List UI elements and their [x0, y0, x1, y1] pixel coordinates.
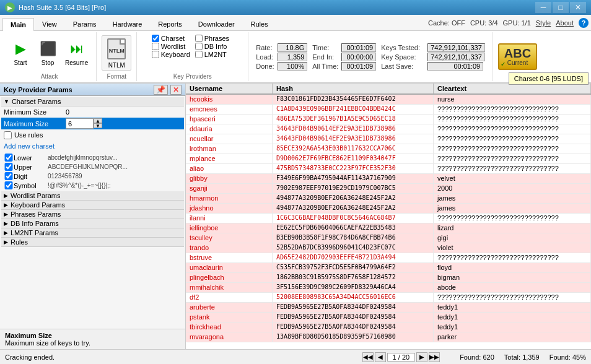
table-row[interactable]: bstruveAD65E2482DD702903EEFE4B721D3A494?…: [186, 253, 591, 263]
tab-main[interactable]: Main: [2, 18, 34, 31]
table-row[interactable]: emcneesC1A8D439E0906BBF241EBBC04BDB424C?…: [186, 105, 591, 115]
wordlist-params-header[interactable]: ▶ Wordlist Params: [1, 191, 184, 201]
rules-header[interactable]: ▶ Rules: [1, 238, 184, 247]
right-panel: Username Hash Cleartext hcookisF83C01861…: [186, 84, 591, 349]
table-row[interactable]: sganji7902E987EEF97019E29CD1979C007BC520…: [186, 184, 591, 194]
table-row[interactable]: mplanceD9D0062E7F69FBCE862E1109F034047F?…: [186, 154, 591, 164]
table-row[interactable]: df252008EE808983C65A34D4ACC56016EC6?????…: [186, 293, 591, 303]
upper-checkbox[interactable]: [4, 163, 14, 171]
pin-button[interactable]: 📌: [154, 85, 168, 95]
table-row[interactable]: ncuellar34643FD04B90614EF2E9A3E1DB738986…: [186, 134, 591, 144]
abc-current-button[interactable]: ✓ ABC Current: [498, 43, 537, 70]
charset-params-label: Charset Params: [12, 98, 61, 105]
min-size-value: 0: [66, 108, 182, 116]
table-row[interactable]: hmarmon494877A3209B0EF206A36248E245F2A2j…: [186, 194, 591, 204]
dbinfo-checkbox[interactable]: [195, 43, 203, 50]
phrases-params-header[interactable]: ▶ Phrases Params: [1, 210, 184, 219]
max-size-input[interactable]: [66, 118, 94, 129]
resume-button[interactable]: ⏭ Resume: [62, 37, 91, 68]
cell-username: ncuellar: [186, 134, 273, 144]
cell-hash: 494877A3209B0EF206A36248E245F2A2: [273, 204, 434, 213]
table-row[interactable]: aliao475BD57348733E0CC223F97FCE352F30???…: [186, 164, 591, 174]
lm2nt-checkbox[interactable]: [195, 51, 203, 58]
table-row[interactable]: tsculleyB3EB90B3B58F1F98C784D6A8CFBB74B6…: [186, 233, 591, 243]
wordlist-params-label: Wordlist Params: [11, 192, 60, 199]
cell-hash: 486EA753DEF361967B1A5E9C5D65EC18: [273, 115, 434, 124]
start-label: Start: [14, 59, 27, 66]
table-row[interactable]: hcookisF83C01861FDD23B4354465FE6D7F6402n…: [186, 95, 591, 105]
table-row[interactable]: ddauria34643FD04B90614EF2E9A3E1DB738986?…: [186, 124, 591, 134]
ribbon-content: ▶ Start ⬛ Stop ⏭ Resume Attack: [0, 31, 591, 84]
table-row[interactable]: tbirckheadFEDB9A5965E27B5A0FA8344DF02495…: [186, 323, 591, 332]
about-button[interactable]: About: [556, 19, 574, 27]
cell-hash: EE62EC5FDB60604066CAEFA22EB35483: [273, 223, 434, 233]
left-panel: Key Provider Params 📌 ✕ ▼ Charset Params…: [0, 84, 186, 349]
table-row[interactable]: mvaragona13A89BF8D80D50185D89359F5716098…: [186, 332, 591, 342]
charset-checkbox[interactable]: [152, 35, 159, 42]
wordlist-checkbox[interactable]: [152, 43, 159, 50]
table-row[interactable]: plingelbach1862BB03C91B5975S8DF7658F1284…: [186, 273, 591, 283]
table-row[interactable]: mmihalchik3F5156E39D9C989C2609FD8329A46C…: [186, 283, 591, 293]
use-rules-checkbox[interactable]: [4, 131, 12, 139]
keyboard-params-header[interactable]: ▶ Keyboard Params: [1, 201, 184, 210]
key-providers-label: Key Providers: [173, 72, 212, 80]
cell-cleartext: ????????????????????????????????: [434, 154, 591, 163]
table-row[interactable]: hpasceri486EA753DEF361967B1A5E9C5D65EC18…: [186, 115, 591, 124]
table-row[interactable]: trando52B52DAB7DCB3996D96041C4D23FC07Cvi…: [186, 243, 591, 253]
tab-params[interactable]: Params: [65, 17, 105, 30]
minimize-button[interactable]: ─: [535, 2, 551, 13]
cell-cleartext: gigi: [434, 233, 591, 243]
tab-reports[interactable]: Reports: [150, 17, 190, 30]
table-row[interactable]: glibbyF349E6F99BA4795044AF1143A7167909ve…: [186, 174, 591, 184]
attack-buttons: ▶ Start ⬛ Stop ⏭ Resume: [7, 33, 91, 72]
resume-label: Resume: [65, 59, 88, 66]
table-row[interactable]: lrothman85ECE392A6A543E03B0117632CCA706C…: [186, 144, 591, 154]
ntlm-button[interactable]: NTLM NTLM: [102, 35, 131, 71]
close-button[interactable]: ✕: [570, 2, 586, 13]
table-row[interactable]: ilanni1C6C3C6BAEF048DBF0C8C5646AC684B7??…: [186, 214, 591, 223]
dbinfo-params-header[interactable]: ▶ DB Info Params: [1, 219, 184, 228]
charset-upper-row: Upper ABCDEFGHIJKLMNOPQR...: [4, 162, 182, 171]
maximize-button[interactable]: □: [553, 2, 569, 13]
digit-checkbox[interactable]: [4, 172, 14, 180]
table-row[interactable]: jdashno494877A3209B0EF206A36248E245F2A2j…: [186, 204, 591, 214]
phrases-label: Phrases: [204, 35, 229, 42]
phrases-checkbox[interactable]: [195, 35, 203, 42]
nav-last-button[interactable]: ▶▶: [429, 352, 440, 362]
stop-button[interactable]: ⬛ Stop: [35, 37, 61, 68]
tab-hardware[interactable]: Hardware: [105, 17, 151, 30]
lower-name: Lower: [14, 154, 48, 162]
symbol-checkbox[interactable]: [4, 181, 14, 189]
phrases-arrow: ▶: [4, 211, 8, 217]
start-button[interactable]: ▶ Start: [7, 37, 33, 68]
help-icon[interactable]: ?: [579, 18, 589, 28]
bottom-info: Maximum Size Maximum size of keys to try…: [0, 329, 185, 349]
keyboard-checkbox[interactable]: [152, 51, 159, 58]
format-label: Format: [107, 72, 126, 80]
cell-username: pstank: [186, 313, 273, 322]
nav-prev-button[interactable]: ◀: [375, 352, 386, 362]
lower-checkbox[interactable]: [4, 154, 14, 162]
tab-rules[interactable]: Rules: [243, 17, 276, 30]
tab-downloader[interactable]: Downloader: [190, 17, 243, 30]
table-row[interactable]: umaclaurinC535FCB39752F3FCD5E5F0B4799A64…: [186, 263, 591, 273]
cell-hash: 34643FD04B90614EF2E9A3E1DB738986: [273, 134, 434, 144]
endin-value: 00:00:00: [341, 53, 376, 61]
spin-down-button[interactable]: ▼: [94, 123, 102, 128]
abc-text: ABC: [504, 47, 531, 59]
cell-username: aliao: [186, 164, 273, 173]
charset-digit-row: Digit 0123456789: [4, 171, 182, 181]
tab-view[interactable]: View: [34, 17, 65, 30]
load-value: 1,359: [278, 53, 307, 61]
nav-next-button[interactable]: ▶: [416, 352, 427, 362]
nav-first-button[interactable]: ◀◀: [362, 352, 374, 362]
lm2nt-params-header[interactable]: ▶ LM2NT Params: [1, 228, 184, 238]
style-button[interactable]: Style: [536, 19, 551, 27]
table-row[interactable]: iellingboeEE62EC5FDB60604066CAEFA22EB354…: [186, 223, 591, 233]
panel-close-button[interactable]: ✕: [170, 85, 182, 95]
charset-params-header[interactable]: ▼ Charset Params: [1, 97, 184, 106]
table-row[interactable]: aruberteFEDB9A5965E27B5A0FA8344DF0249584…: [186, 303, 591, 313]
cell-hash: D9D0062E7F69FBCE862E1109F034047F: [273, 154, 434, 163]
charset-table: Lower abcdefghijklmnopqrstuv... Upper AB…: [1, 152, 184, 191]
table-row[interactable]: pstankFEDB9A5965E27B5A0FA8344DF0249584te…: [186, 313, 591, 323]
